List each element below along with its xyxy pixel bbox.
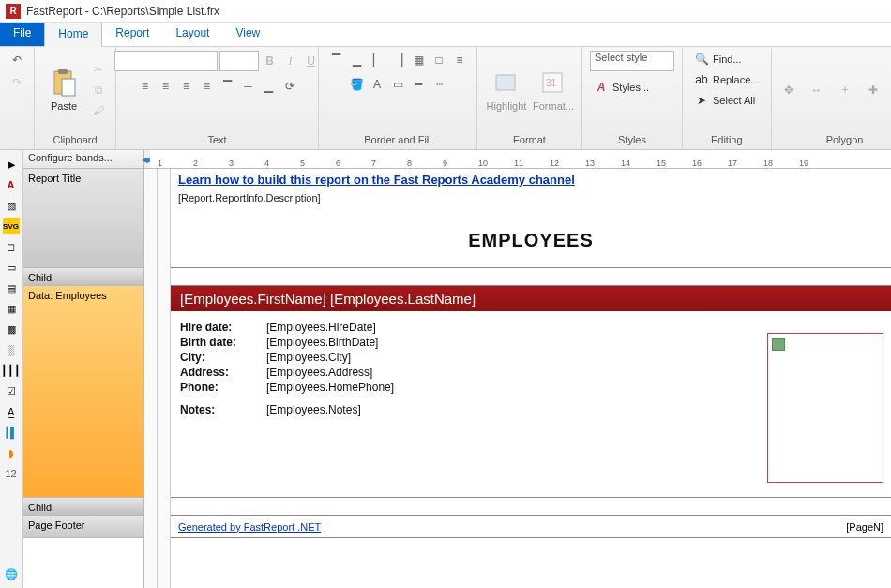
highlight-button[interactable]: Highlight [485, 64, 528, 116]
employee-photo-box[interactable] [767, 333, 883, 483]
hiredate-value[interactable]: [Employees.HireDate] [266, 321, 376, 334]
format-group-label: Format [481, 130, 578, 149]
paste-button[interactable]: Paste [42, 64, 85, 116]
vertical-ruler[interactable] [144, 169, 158, 588]
child-section-2[interactable] [171, 498, 891, 516]
text-rotate-button[interactable]: ⟳ [280, 77, 299, 96]
align-justify-button[interactable]: ≡ [198, 77, 217, 96]
fill-color-button[interactable]: 🪣 [347, 75, 366, 94]
border-color-button[interactable]: ▭ [388, 75, 407, 94]
chart-tool[interactable]: ░ [3, 341, 20, 358]
bold-button[interactable]: B [261, 52, 279, 70]
birthdate-label[interactable]: Birth date: [180, 336, 264, 349]
notes-label[interactable]: Notes: [180, 403, 264, 416]
notes-value[interactable]: [Employees.Notes] [266, 403, 361, 416]
globe-icon[interactable]: 🌐 [3, 565, 20, 582]
report-title-section[interactable]: Learn how to build this report on the Fa… [171, 169, 891, 268]
selectall-button[interactable]: ➤Select All [690, 92, 759, 109]
font-color-button[interactable]: A [368, 75, 386, 94]
underline-button[interactable]: U [302, 52, 321, 70]
tab-home[interactable]: Home [44, 23, 102, 47]
polygon-addpoint-button[interactable]: ✚ [864, 81, 883, 99]
border-none-button[interactable]: □ [430, 51, 448, 69]
description-expression[interactable]: [Report.ReportInfo.Description] [171, 190, 891, 205]
richtext-tool[interactable]: A̲ [3, 403, 20, 420]
generated-by-link[interactable]: Generated by FastReport .NET [178, 521, 321, 533]
valign-top-button[interactable]: ▔ [219, 77, 237, 96]
svg-tool[interactable]: SVG [3, 218, 20, 234]
border-dash-button[interactable]: ┄ [430, 75, 448, 94]
font-family-select[interactable] [114, 51, 218, 71]
line-tool[interactable]: ▭ [3, 259, 20, 276]
band-child-2[interactable]: Child [23, 498, 143, 516]
tab-view[interactable]: View [222, 23, 273, 46]
polygon-scale-button[interactable]: ↔ [808, 81, 826, 99]
gauge-tool[interactable]: ◗ [3, 445, 20, 461]
band-child-1[interactable]: Child [23, 268, 143, 286]
border-left-button[interactable]: ▏ [368, 51, 386, 69]
border-style-button[interactable]: ≡ [450, 51, 469, 69]
address-value[interactable]: [Employees.Address] [266, 366, 372, 379]
format-painter-button[interactable]: 🖌 [89, 101, 108, 120]
subreport-tool[interactable]: ▤ [3, 279, 20, 296]
page-number-expr[interactable]: [PageN] [846, 521, 883, 533]
valign-middle-button[interactable]: ─ [239, 77, 258, 96]
report-page[interactable]: Learn how to build this report on the Fa… [171, 169, 891, 588]
picture-tool[interactable]: ▧ [3, 197, 20, 214]
report-heading[interactable]: EMPLOYEES [171, 230, 891, 251]
hiredate-label[interactable]: Hire date: [180, 321, 264, 334]
find-button[interactable]: 🔍Find... [690, 51, 746, 68]
polygon-move-button[interactable]: ✥ [779, 81, 798, 99]
undo-button[interactable]: ↶ [8, 51, 26, 69]
employee-name-bar[interactable]: [Employees.FirstName] [Employees.LastNam… [171, 286, 891, 311]
phone-label[interactable]: Phone: [180, 381, 264, 394]
format-label: Format... [533, 100, 574, 112]
data-section[interactable]: [Employees.FirstName] [Employees.LastNam… [171, 286, 891, 498]
format-button[interactable]: 31 Format... [532, 64, 575, 116]
birthdate-value[interactable]: [Employees.BirthDate] [266, 336, 378, 349]
align-right-button[interactable]: ≡ [177, 77, 196, 96]
border-top-button[interactable]: ▔ [326, 51, 345, 69]
band-data-employees[interactable]: Data: Employees [23, 286, 143, 498]
copy-button[interactable]: ⧉ [89, 81, 108, 99]
checkbox-tool[interactable]: ☑ [3, 383, 20, 400]
address-label[interactable]: Address: [180, 366, 264, 379]
border-width-button[interactable]: ━ [409, 75, 428, 94]
replace-button[interactable]: abReplace... [690, 71, 763, 88]
border-right-button[interactable]: ▕ [388, 51, 407, 69]
app-logo-icon: R [6, 4, 21, 19]
band-page-footer[interactable]: Page Footer [23, 516, 143, 538]
styles-button[interactable]: A Styles... [590, 79, 653, 96]
align-left-button[interactable]: ≡ [136, 77, 155, 96]
align-center-button[interactable]: ≡ [157, 77, 175, 96]
matrix-tool[interactable]: ▩ [3, 321, 20, 338]
text-tool[interactable]: A [3, 176, 20, 193]
valign-bottom-button[interactable]: ▁ [260, 77, 279, 96]
border-bottom-button[interactable]: ▁ [347, 51, 366, 69]
barcode-tool[interactable]: ┃┃┃ [3, 362, 20, 379]
border-all-button[interactable]: ▦ [409, 51, 428, 69]
redo-button[interactable]: ↷ [8, 73, 26, 92]
band-report-title[interactable]: Report Title [23, 169, 143, 268]
style-select[interactable]: Select style [590, 51, 674, 71]
italic-button[interactable]: I [281, 52, 300, 70]
table-tool[interactable]: ▦ [3, 300, 20, 317]
tab-layout[interactable]: Layout [162, 23, 222, 46]
sparkline-tool[interactable]: ┃▌ [3, 424, 20, 441]
city-label[interactable]: City: [180, 351, 264, 364]
page-footer-section[interactable]: Generated by FastReport .NET [PageN] [171, 516, 891, 538]
shape-tool[interactable]: ◻ [3, 238, 20, 255]
phone-value[interactable]: [Employees.HomePhone] [266, 381, 394, 394]
digital-tool[interactable]: 12 [3, 465, 20, 482]
polygon-add-button[interactable]: ＋ [836, 81, 854, 99]
cut-button[interactable]: ✂ [89, 60, 108, 79]
select-tool[interactable]: ▶ [3, 156, 20, 173]
horizontal-ruler[interactable]: 12345678910111213141516171819 [150, 150, 891, 169]
city-value[interactable]: [Employees.City] [266, 351, 351, 364]
configure-bands-button[interactable]: Configure bands... [23, 150, 143, 169]
academy-link[interactable]: Learn how to build this report on the Fa… [171, 169, 891, 190]
tab-report[interactable]: Report [102, 23, 162, 46]
font-size-select[interactable] [219, 51, 259, 71]
child-section-1[interactable] [171, 268, 891, 286]
tab-file[interactable]: File [0, 23, 44, 46]
